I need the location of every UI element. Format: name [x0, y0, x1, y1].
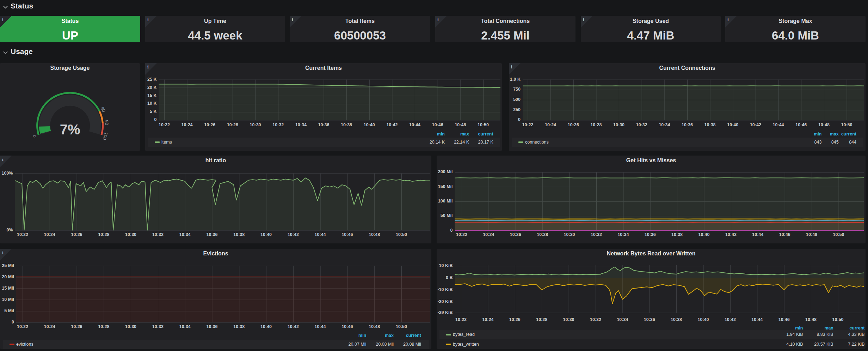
svg-text:90: 90	[104, 120, 110, 126]
svg-text:7%: 7%	[60, 122, 80, 137]
svg-text:0: 0	[32, 134, 37, 138]
